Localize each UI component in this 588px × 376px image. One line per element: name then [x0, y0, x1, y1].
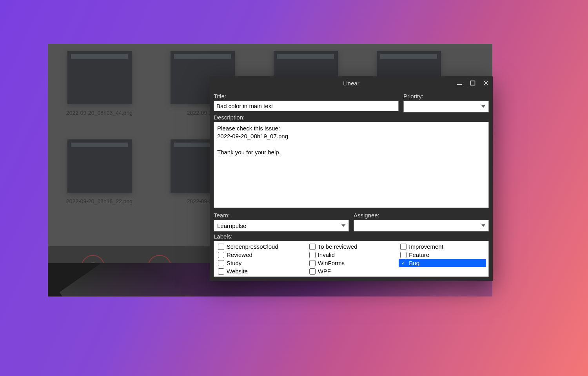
label-text: Bug: [409, 260, 419, 266]
close-button[interactable]: [482, 79, 490, 87]
assignee-label: Assignee:: [354, 212, 489, 219]
chevron-down-icon: [341, 224, 345, 227]
title-label: Title:: [214, 93, 399, 99]
label-checkbox[interactable]: ✓Bug: [399, 259, 486, 267]
checkbox-icon: [218, 268, 224, 275]
label-checkbox[interactable]: Invalid: [308, 251, 395, 258]
label-text: To be reviewed: [318, 243, 358, 250]
checkbox-icon: [309, 252, 316, 258]
label-text: Website: [227, 268, 248, 275]
title-input[interactable]: [214, 101, 399, 111]
label-text: Reviewed: [227, 251, 252, 258]
checkbox-icon: [309, 260, 316, 266]
label-text: Invalid: [318, 251, 335, 258]
thumbnail-image: [67, 51, 132, 104]
label-checkbox[interactable]: Reviewed: [216, 251, 304, 258]
maximize-button[interactable]: [468, 79, 477, 87]
assignee-select[interactable]: [354, 220, 489, 231]
label-text: WinForms: [318, 260, 345, 266]
labels-listbox[interactable]: ScreenpressoCloudTo be reviewedImproveme…: [214, 241, 489, 277]
thumbnail-item[interactable]: 2022-09-20_08h16_22.png: [48, 132, 151, 221]
chevron-down-icon: [481, 105, 485, 108]
linear-dialog: Linear Title: Priority:: [210, 76, 493, 281]
priority-select[interactable]: [403, 101, 489, 112]
team-value: Learnpulse: [217, 222, 246, 229]
checkbox-icon: [309, 268, 316, 275]
label-checkbox[interactable]: Feature: [399, 251, 486, 258]
priority-label: Priority:: [403, 93, 489, 99]
thumbnail-caption: 2022-09-20_08h03_44.png: [48, 110, 151, 116]
dialog-title: Linear: [343, 80, 359, 87]
checkbox-icon: [400, 252, 407, 258]
label-checkbox[interactable]: To be reviewed: [308, 243, 395, 250]
label-text: Feature: [409, 251, 429, 258]
dialog-titlebar[interactable]: Linear: [210, 76, 493, 90]
label-text: ScreenpressoCloud: [227, 243, 278, 250]
label-checkbox[interactable]: ScreenpressoCloud: [216, 243, 304, 250]
checkbox-icon: [218, 260, 224, 266]
label-text: WPF: [318, 268, 331, 275]
svg-rect-0: [457, 84, 462, 85]
labels-label: Labels:: [214, 233, 489, 240]
description-textarea[interactable]: Please check this issue: 2022-09-20_08h1…: [214, 122, 489, 208]
team-label: Team:: [214, 212, 349, 219]
label-checkbox[interactable]: Improvement: [399, 243, 486, 250]
description-label: Description:: [214, 114, 489, 121]
chevron-down-icon: [481, 224, 485, 227]
checkbox-icon: [400, 244, 407, 250]
team-select[interactable]: Learnpulse: [214, 220, 349, 231]
label-text: Study: [227, 260, 241, 266]
checkbox-icon: [309, 244, 316, 250]
thumbnail-item[interactable]: 2022-09-20_08h03_44.png: [48, 44, 151, 132]
label-text: Improvement: [409, 243, 443, 250]
thumbnail-image: [67, 139, 132, 193]
checkbox-icon: [218, 244, 224, 250]
label-checkbox[interactable]: Website: [216, 268, 304, 275]
label-checkbox[interactable]: Study: [216, 259, 304, 267]
label-checkbox[interactable]: WinForms: [308, 259, 395, 267]
thumbnail-caption: 2022-09-20_08h16_22.png: [48, 198, 151, 204]
svg-rect-1: [471, 81, 475, 85]
checkbox-icon: [218, 252, 224, 258]
minimize-button[interactable]: [455, 79, 464, 87]
checkbox-icon: ✓: [400, 260, 407, 266]
label-checkbox[interactable]: WPF: [308, 268, 395, 275]
